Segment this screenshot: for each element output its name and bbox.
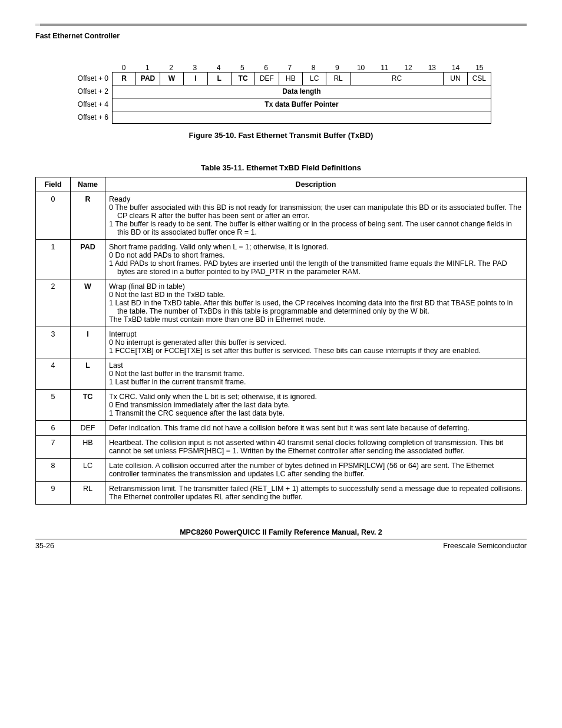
- bit-number: 0: [112, 64, 135, 72]
- description-cell: Heartbeat. The collision input is not as…: [105, 436, 527, 459]
- description-cell: Wrap (final BD in table)0 Not the last B…: [105, 279, 527, 327]
- description-line: 0 No interrupt is generated after this b…: [109, 338, 523, 347]
- description-cell: Ready0 The buffer associated with this B…: [105, 192, 527, 240]
- description-line: Wrap (final BD in table): [109, 282, 523, 291]
- bit-cell: [113, 111, 491, 123]
- description-line: The TxBD table must contain more than on…: [109, 315, 523, 324]
- bit-diagram: 0123456789101112131415 Offset + 0RPADWIL…: [71, 64, 491, 124]
- bit-number: 1: [135, 64, 159, 72]
- bit-number: 12: [396, 64, 420, 72]
- footer-manual: MPC8260 PowerQUICC II Family Reference M…: [35, 528, 527, 536]
- bit-row: Offset + 4Tx data Buffer Pointer: [71, 98, 491, 111]
- description-cell: Tx CRC. Valid only when the L bit is set…: [105, 390, 527, 421]
- description-cell: Late collision. A collision occurred aft…: [105, 459, 527, 482]
- bit-number: 5: [230, 64, 254, 72]
- bit-number: 7: [278, 64, 302, 72]
- bit-number: 14: [444, 64, 468, 72]
- description-line: 1 Last buffer in the current transmit fr…: [109, 378, 523, 386]
- bit-number: 15: [468, 64, 491, 72]
- name-cell: RL: [71, 482, 105, 505]
- bit-cell: W: [160, 73, 184, 85]
- name-cell: W: [71, 279, 105, 327]
- description-line: Tx CRC. Valid only when the L bit is set…: [109, 393, 523, 401]
- bit-cell: R: [113, 73, 136, 85]
- bit-cell: I: [184, 73, 207, 85]
- description-line: Defer indication. This frame did not hav…: [109, 424, 523, 432]
- description-line: Ready: [109, 195, 523, 203]
- bit-cell: PAD: [136, 73, 160, 85]
- table-row: 6DEFDefer indication. This frame did not…: [36, 421, 527, 436]
- name-cell: TC: [71, 390, 105, 421]
- field-cell: 4: [36, 358, 71, 390]
- field-cell: 6: [36, 421, 71, 436]
- description-cell: Interrupt0 No interrupt is generated aft…: [105, 327, 527, 358]
- table-row: 4LLast0 Not the last buffer in the trans…: [36, 358, 527, 390]
- table-row: 9RLRetransmission limit. The transmitter…: [36, 482, 527, 505]
- field-cell: 8: [36, 459, 71, 482]
- description-line: Interrupt: [109, 330, 523, 338]
- section-title: Fast Ethernet Controller: [35, 32, 527, 40]
- table-row: 1PADShort frame padding. Valid only when…: [36, 240, 527, 279]
- bit-cell: DEF: [255, 73, 279, 85]
- field-cell: 2: [36, 279, 71, 327]
- bit-number: 13: [420, 64, 444, 72]
- offset-label: Offset + 0: [71, 72, 112, 85]
- name-cell: L: [71, 358, 105, 390]
- offset-label: Offset + 4: [71, 98, 112, 111]
- description-line: 0 End transmission immediately after the…: [109, 401, 523, 409]
- field-cell: 0: [36, 192, 71, 240]
- bit-cell: L: [208, 73, 232, 85]
- bit-cell: RC: [351, 73, 444, 85]
- footer-vendor: Freescale Semiconductor: [443, 542, 527, 550]
- description-line: 1 FCCE[TXB] or FCCE[TXE] is set after th…: [109, 347, 523, 355]
- table-row: 7HBHeartbeat. The collision input is not…: [36, 436, 527, 459]
- name-cell: PAD: [71, 240, 105, 279]
- offset-label: Offset + 6: [71, 111, 112, 124]
- description-cell: Last0 Not the last buffer in the transmi…: [105, 358, 527, 390]
- description-line: 0 Not the last BD in the TxBD table.: [109, 291, 523, 299]
- bit-cell: LC: [303, 73, 326, 85]
- figure-caption: Figure 35-10. Fast Ethernet Transmit Buf…: [35, 131, 527, 140]
- table-row: 8LCLate collision. A collision occurred …: [36, 459, 527, 482]
- bit-number: 9: [325, 64, 349, 72]
- bit-number: 8: [302, 64, 325, 72]
- description-line: 0 The buffer associated with this BD is …: [109, 203, 523, 220]
- description-line: 1 Add PADs to short frames. PAD bytes ar…: [109, 259, 523, 276]
- table-caption: Table 35-11. Ethernet TxBD Field Definit…: [35, 163, 527, 172]
- description-line: 1 Last BD in the TxBD table. After this …: [109, 299, 523, 315]
- table-header: Field: [36, 177, 71, 192]
- bit-cell: Tx data Buffer Pointer: [113, 98, 491, 111]
- description-line: Heartbeat. The collision input is not as…: [109, 439, 523, 455]
- description-line: 1 Transmit the CRC sequence after the la…: [109, 409, 523, 417]
- table-header: Name: [71, 177, 105, 192]
- name-cell: LC: [71, 459, 105, 482]
- bit-number: 11: [373, 64, 396, 72]
- offset-label: Offset + 2: [71, 85, 112, 98]
- name-cell: R: [71, 192, 105, 240]
- description-line: Short frame padding. Valid only when L =…: [109, 243, 523, 251]
- bit-cell: TC: [232, 73, 255, 85]
- top-rule: [35, 24, 527, 26]
- bit-cell: CSL: [468, 73, 491, 85]
- description-cell: Short frame padding. Valid only when L =…: [105, 240, 527, 279]
- footer-rule: [35, 539, 527, 539]
- table-header: Description: [105, 177, 527, 192]
- bit-row: Offset + 6: [71, 111, 491, 124]
- table-row: 5TCTx CRC. Valid only when the L bit is …: [36, 390, 527, 421]
- footer-row: 35-26 Freescale Semiconductor: [35, 542, 527, 550]
- bit-cell: Data length: [113, 85, 491, 98]
- bit-row: Offset + 2Data length: [71, 85, 491, 98]
- description-line: 0 Not the last buffer in the transmit fr…: [109, 370, 523, 378]
- description-line: Last: [109, 361, 523, 370]
- bit-cell: RL: [326, 73, 350, 85]
- bit-numbers: 0123456789101112131415: [112, 64, 491, 72]
- bit-number: 10: [349, 64, 373, 72]
- name-cell: HB: [71, 436, 105, 459]
- description-cell: Defer indication. This frame did not hav…: [105, 421, 527, 436]
- field-cell: 7: [36, 436, 71, 459]
- description-line: Retransmission limit. The transmitter fa…: [109, 485, 523, 501]
- table-row: 0RReady0 The buffer associated with this…: [36, 192, 527, 240]
- description-line: 1 The buffer is ready to be sent. The bu…: [109, 220, 523, 236]
- bit-cell: HB: [279, 73, 303, 85]
- bit-cell: UN: [444, 73, 467, 85]
